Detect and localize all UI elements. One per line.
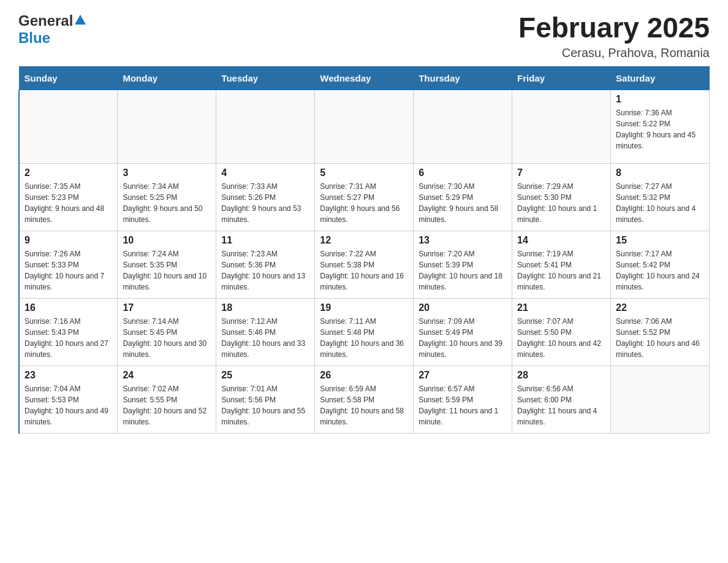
calendar-cell: 26Sunrise: 6:59 AM Sunset: 5:58 PM Dayli… [315,366,414,433]
calendar-cell: 27Sunrise: 6:57 AM Sunset: 5:59 PM Dayli… [414,366,512,433]
header-friday: Friday [512,66,611,90]
header-tuesday: Tuesday [216,66,315,90]
calendar-cell: 20Sunrise: 7:09 AM Sunset: 5:49 PM Dayli… [414,298,512,366]
calendar-cell: 7Sunrise: 7:29 AM Sunset: 5:30 PM Daylig… [512,163,611,231]
day-info: Sunrise: 7:11 AM Sunset: 5:48 PM Dayligh… [320,316,408,360]
day-number: 27 [419,370,507,381]
calendar-cell: 3Sunrise: 7:34 AM Sunset: 5:25 PM Daylig… [118,163,216,231]
day-number: 13 [419,235,507,246]
location-title: Cerasu, Prahova, Romania [518,46,710,60]
day-number: 12 [320,235,408,246]
calendar-cell: 23Sunrise: 7:04 AM Sunset: 5:53 PM Dayli… [19,366,118,433]
week-row-5: 23Sunrise: 7:04 AM Sunset: 5:53 PM Dayli… [19,366,710,433]
day-info: Sunrise: 7:07 AM Sunset: 5:50 PM Dayligh… [517,316,605,360]
header-wednesday: Wednesday [315,66,414,90]
day-number: 10 [123,235,211,246]
calendar-cell: 22Sunrise: 7:06 AM Sunset: 5:52 PM Dayli… [611,298,710,366]
page-header: General Blue February 2025 Cerasu, Praho… [18,12,710,60]
calendar-cell [611,366,710,433]
day-number: 18 [221,302,309,313]
calendar-table: SundayMondayTuesdayWednesdayThursdayFrid… [18,66,710,434]
day-info: Sunrise: 7:02 AM Sunset: 5:55 PM Dayligh… [123,383,211,427]
day-info: Sunrise: 7:30 AM Sunset: 5:29 PM Dayligh… [419,181,507,225]
day-info: Sunrise: 7:22 AM Sunset: 5:38 PM Dayligh… [320,248,408,293]
week-row-3: 9Sunrise: 7:26 AM Sunset: 5:33 PM Daylig… [19,231,710,298]
calendar-cell: 24Sunrise: 7:02 AM Sunset: 5:55 PM Dayli… [118,366,216,433]
header-monday: Monday [118,66,216,90]
day-info: Sunrise: 7:14 AM Sunset: 5:45 PM Dayligh… [123,316,211,360]
header-thursday: Thursday [414,66,512,90]
day-number: 8 [616,167,704,178]
week-row-4: 16Sunrise: 7:16 AM Sunset: 5:43 PM Dayli… [19,298,710,366]
day-info: Sunrise: 7:20 AM Sunset: 5:39 PM Dayligh… [419,248,507,293]
day-info: Sunrise: 7:19 AM Sunset: 5:41 PM Dayligh… [517,248,605,293]
day-number: 6 [419,167,507,178]
calendar-cell [216,90,315,163]
day-number: 21 [517,302,605,313]
calendar-cell: 14Sunrise: 7:19 AM Sunset: 5:41 PM Dayli… [512,231,611,298]
day-info: Sunrise: 7:33 AM Sunset: 5:26 PM Dayligh… [221,181,309,225]
calendar-cell [315,90,414,163]
calendar-cell: 1Sunrise: 7:36 AM Sunset: 5:22 PM Daylig… [611,90,710,163]
calendar-cell: 2Sunrise: 7:35 AM Sunset: 5:23 PM Daylig… [19,163,118,231]
day-info: Sunrise: 7:27 AM Sunset: 5:32 PM Dayligh… [616,181,704,225]
day-number: 19 [320,302,408,313]
calendar-cell: 9Sunrise: 7:26 AM Sunset: 5:33 PM Daylig… [19,231,118,298]
day-number: 11 [221,235,309,246]
day-info: Sunrise: 7:17 AM Sunset: 5:42 PM Dayligh… [616,248,704,293]
day-number: 5 [320,167,408,178]
day-number: 23 [25,370,112,381]
calendar-cell: 19Sunrise: 7:11 AM Sunset: 5:48 PM Dayli… [315,298,414,366]
week-row-1: 1Sunrise: 7:36 AM Sunset: 5:22 PM Daylig… [19,90,710,163]
day-info: Sunrise: 7:36 AM Sunset: 5:22 PM Dayligh… [616,107,704,151]
calendar-cell [118,90,216,163]
day-number: 16 [25,302,112,313]
day-info: Sunrise: 7:31 AM Sunset: 5:27 PM Dayligh… [320,181,408,225]
day-info: Sunrise: 7:35 AM Sunset: 5:23 PM Dayligh… [25,181,112,225]
day-number: 14 [517,235,605,246]
calendar-cell: 4Sunrise: 7:33 AM Sunset: 5:26 PM Daylig… [216,163,315,231]
calendar-cell: 12Sunrise: 7:22 AM Sunset: 5:38 PM Dayli… [315,231,414,298]
day-number: 7 [517,167,605,178]
day-number: 9 [25,235,112,246]
calendar-body: 1Sunrise: 7:36 AM Sunset: 5:22 PM Daylig… [19,90,710,433]
calendar-cell: 21Sunrise: 7:07 AM Sunset: 5:50 PM Dayli… [512,298,611,366]
calendar-cell: 28Sunrise: 6:56 AM Sunset: 6:00 PM Dayli… [512,366,611,433]
header-saturday: Saturday [611,66,710,90]
calendar-cell: 10Sunrise: 7:24 AM Sunset: 5:35 PM Dayli… [118,231,216,298]
calendar-cell: 15Sunrise: 7:17 AM Sunset: 5:42 PM Dayli… [611,231,710,298]
day-info: Sunrise: 7:06 AM Sunset: 5:52 PM Dayligh… [616,316,704,360]
calendar-cell: 17Sunrise: 7:14 AM Sunset: 5:45 PM Dayli… [118,298,216,366]
day-number: 2 [25,167,112,178]
day-info: Sunrise: 7:23 AM Sunset: 5:36 PM Dayligh… [221,248,309,293]
calendar-cell [512,90,611,163]
day-number: 17 [123,302,211,313]
day-number: 24 [123,370,211,381]
header-sunday: Sunday [19,66,118,90]
calendar-cell: 6Sunrise: 7:30 AM Sunset: 5:29 PM Daylig… [414,163,512,231]
day-number: 26 [320,370,408,381]
logo-blue-text: Blue [18,29,50,46]
calendar-cell: 18Sunrise: 7:12 AM Sunset: 5:46 PM Dayli… [216,298,315,366]
day-number: 28 [517,370,605,381]
day-number: 25 [221,370,309,381]
day-info: Sunrise: 7:04 AM Sunset: 5:53 PM Dayligh… [25,383,112,427]
calendar-cell: 16Sunrise: 7:16 AM Sunset: 5:43 PM Dayli… [19,298,118,366]
day-info: Sunrise: 7:12 AM Sunset: 5:46 PM Dayligh… [221,316,309,360]
day-number: 3 [123,167,211,178]
day-number: 22 [616,302,704,313]
logo-general-text: General [18,12,73,29]
day-number: 15 [616,235,704,246]
day-info: Sunrise: 6:56 AM Sunset: 6:00 PM Dayligh… [517,383,605,427]
day-info: Sunrise: 7:26 AM Sunset: 5:33 PM Dayligh… [25,248,112,293]
calendar-cell: 5Sunrise: 7:31 AM Sunset: 5:27 PM Daylig… [315,163,414,231]
calendar-cell [19,90,118,163]
calendar-cell: 11Sunrise: 7:23 AM Sunset: 5:36 PM Dayli… [216,231,315,298]
day-info: Sunrise: 7:29 AM Sunset: 5:30 PM Dayligh… [517,181,605,225]
title-block: February 2025 Cerasu, Prahova, Romania [518,12,710,60]
logo: General Blue [18,12,86,47]
day-number: 4 [221,167,309,178]
day-info: Sunrise: 7:09 AM Sunset: 5:49 PM Dayligh… [419,316,507,360]
calendar-cell: 25Sunrise: 7:01 AM Sunset: 5:56 PM Dayli… [216,366,315,433]
day-number: 20 [419,302,507,313]
